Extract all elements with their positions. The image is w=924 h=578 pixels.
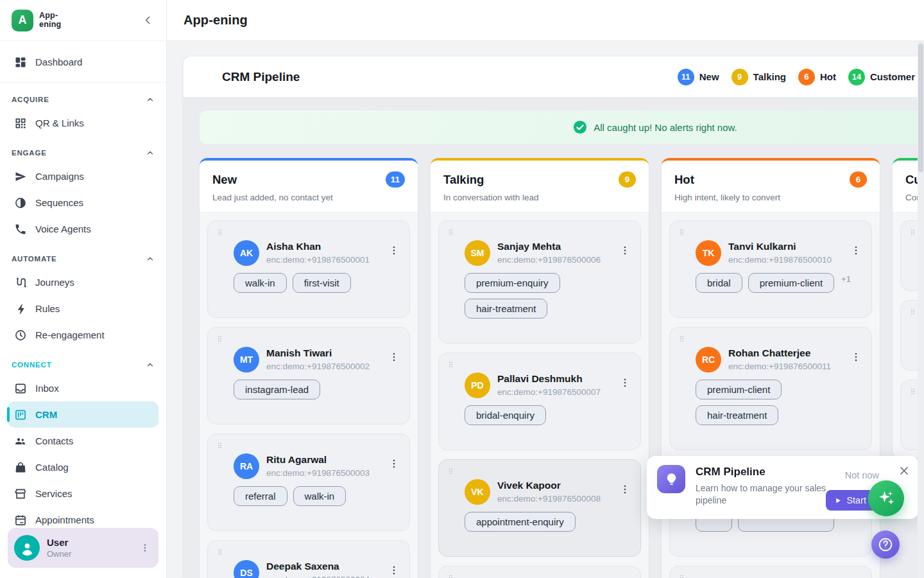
drag-handle[interactable] [216, 334, 224, 343]
lead-card[interactable]: VKVivek Kapoorenc:demo:+919876500008appo… [438, 459, 641, 557]
sidebar-item-dashboard[interactable]: Dashboard [8, 49, 158, 75]
lead-name: Sanjay Mehta [497, 241, 617, 252]
ai-assistant-button[interactable] [868, 480, 904, 516]
sidebar-item-label: Sequences [35, 197, 83, 208]
alert-text: All caught up! No alerts right now. [594, 122, 737, 133]
card-menu-button[interactable] [848, 243, 864, 260]
bag-icon [14, 461, 27, 474]
drag-icon [909, 387, 917, 396]
lead-card[interactable]: MTManish Tiwarienc:demo:+919876500002ins… [207, 327, 410, 425]
sidebar-item-label: Journeys [35, 277, 74, 288]
sidebar-item-re-engagement[interactable]: Re-engagement [8, 322, 158, 348]
drag-icon [447, 360, 455, 369]
section-header-acquire[interactable]: ACQUIRE [8, 95, 158, 110]
lead-tag: walk-in [293, 486, 346, 506]
card-menu-button[interactable] [617, 482, 633, 499]
sidebar-item-crm[interactable]: CRM [8, 401, 158, 428]
lead-tag: premium-client [748, 273, 834, 293]
sidebar-item-label: Re-engagement [35, 329, 105, 340]
lead-tags: premium-clienthair-treatment [696, 380, 864, 425]
column-count-badge: 9 [619, 171, 636, 188]
sidebar-collapse-button[interactable] [139, 12, 156, 29]
drag-handle[interactable] [447, 573, 455, 578]
lead-avatar: MT [234, 347, 259, 372]
lead-phone: enc:demo:+919876500008 [497, 494, 617, 504]
drag-handle[interactable] [216, 227, 224, 236]
lead-card[interactable]: NSNandini Shetty [438, 566, 641, 578]
lightbulb-icon [657, 465, 685, 493]
drag-icon [447, 228, 455, 236]
drag-handle[interactable] [909, 227, 917, 236]
lead-card[interactable]: AKAisha Khanenc:demo:+919876500001walk-i… [207, 220, 410, 318]
drag-handle[interactable] [447, 227, 455, 236]
route-icon [14, 276, 27, 289]
lead-card[interactable]: SMSanjay Mehtaenc:demo:+919876500006prem… [438, 220, 641, 344]
lead-phone: enc:demo:+919876500002 [266, 362, 386, 371]
card-menu-button[interactable] [386, 563, 402, 578]
stat-count-badge: 6 [798, 69, 815, 85]
close-glyph [898, 464, 911, 477]
column-count-badge: 11 [386, 171, 405, 188]
section-header-automate[interactable]: AUTOMATE [8, 254, 158, 269]
help-button[interactable] [871, 530, 900, 559]
scrollbar-thumb[interactable] [918, 44, 923, 172]
lead-tags: bridal-enquiry [465, 405, 633, 425]
section-header-connect[interactable]: CONNECT [8, 360, 158, 375]
sidebar-item-qr-links[interactable]: QR & Links [8, 110, 158, 136]
lead-card[interactable]: RCRohan Chatterjeeenc:demo:+919876500011… [669, 327, 872, 450]
drag-icon [909, 308, 917, 316]
drag-handle[interactable] [909, 387, 917, 396]
sidebar-item-campaigns[interactable]: Campaigns [8, 163, 158, 189]
lead-tag: instagram-lead [234, 380, 320, 399]
card-menu-button[interactable] [617, 375, 633, 392]
sidebar-item-inbox[interactable]: Inbox [8, 375, 158, 401]
not-now-button[interactable]: Not now [845, 470, 879, 480]
sidebar-item-sequences[interactable]: Sequences [8, 189, 158, 216]
card-menu-button[interactable] [386, 243, 402, 260]
lead-tag: referral [234, 486, 287, 506]
sidebar-item-journeys[interactable]: Journeys [8, 269, 158, 295]
app-name-line2: ening [39, 21, 61, 30]
lead-tag: bridal-enquiry [465, 405, 546, 425]
sidebar-item-contacts[interactable]: Contacts [8, 428, 158, 454]
sidebar-item-rules[interactable]: Rules [8, 295, 158, 322]
section-header-engage[interactable]: ENGAGE [8, 148, 158, 163]
alert-banner: All caught up! No alerts right now. [200, 110, 924, 144]
lead-card[interactable]: RARitu Agarwalenc:demo:+919876500003refe… [207, 434, 410, 531]
drag-handle[interactable] [447, 466, 455, 475]
sidebar-item-services[interactable]: Services [8, 480, 158, 507]
drag-handle[interactable] [216, 547, 224, 556]
card-menu-button[interactable] [386, 349, 402, 367]
drag-handle[interactable] [216, 441, 224, 450]
user-card[interactable]: User Owner [8, 528, 158, 568]
kebab-icon [388, 244, 400, 257]
lead-tags: referralwalk-in [234, 486, 402, 506]
send-icon [14, 170, 27, 183]
sidebar-item-voice-agents[interactable]: Voice Agents [8, 216, 158, 242]
close-icon[interactable] [898, 464, 911, 477]
card-menu-button[interactable] [386, 456, 402, 473]
drag-handle[interactable] [447, 360, 455, 369]
lead-name: Aisha Khan [266, 241, 386, 252]
sidebar: A App- ening DashboardACQUIREQR & LinksE… [0, 0, 167, 578]
lead-tag: hair-treatment [696, 405, 778, 425]
column-header: Hot6High intent, likely to convert [662, 161, 880, 213]
qr-icon [14, 117, 27, 130]
sidebar-item-catalog[interactable]: Catalog [8, 454, 158, 480]
kebab-icon [850, 351, 862, 363]
lead-card[interactable]: TKTanvi Kulkarnienc:demo:+919876500010br… [669, 220, 872, 318]
lead-phone: enc:demo:+919876500003 [266, 468, 386, 478]
drag-icon [678, 335, 686, 343]
drag-handle[interactable] [678, 227, 686, 236]
lead-card[interactable]: DSDeepak Saxenaenc:demo:+919876500004 [207, 540, 410, 578]
user-menu-button[interactable] [137, 539, 153, 556]
drag-handle[interactable] [909, 307, 917, 316]
lead-card[interactable]: PDPallavi Deshmukhenc:demo:+919876500007… [438, 353, 641, 450]
lead-avatar: DS [234, 560, 259, 578]
drag-handle[interactable] [678, 334, 686, 343]
pipeline-stat-customer: 14Customer [848, 69, 915, 85]
drag-handle[interactable] [678, 573, 686, 578]
card-menu-button[interactable] [617, 243, 633, 260]
lead-card[interactable]: AKAmit Kumar [669, 566, 872, 578]
card-menu-button[interactable] [848, 349, 864, 367]
